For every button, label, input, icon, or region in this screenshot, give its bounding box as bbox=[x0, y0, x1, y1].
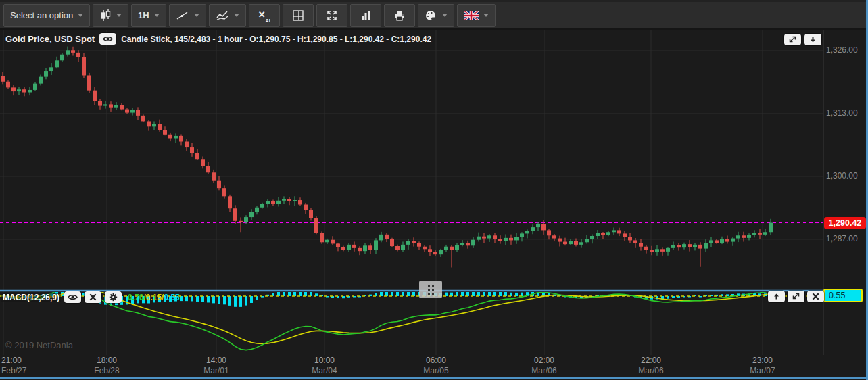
remove-all-indicators-button[interactable]: ✕AI bbox=[249, 4, 280, 27]
time-tick-hour: 02:00 bbox=[524, 356, 564, 365]
time-tick-date: Mar/04 bbox=[304, 366, 345, 375]
time-tick: 22:00Mar/06 bbox=[631, 356, 671, 375]
chevron-down-icon bbox=[442, 14, 448, 17]
time-tick-hour: 10:00 bbox=[304, 356, 345, 365]
price-tick-label: 1,300.00 bbox=[826, 171, 858, 181]
macd-histogram-value: 0.55 bbox=[164, 293, 179, 302]
indicators-dropdown[interactable] bbox=[209, 4, 246, 27]
grid-layout-icon bbox=[291, 9, 305, 22]
macd-value-badge: 0.55 bbox=[823, 289, 863, 302]
indicators-icon bbox=[216, 9, 229, 22]
time-tick: 21:00Feb/27 bbox=[1, 356, 42, 375]
select-option-dropdown[interactable]: Select an option bbox=[3, 4, 90, 27]
macd-label: MACD(12,26,9) bbox=[1, 293, 61, 302]
gridlines bbox=[0, 30, 823, 355]
macd-remove-button[interactable] bbox=[807, 291, 824, 302]
timeframe-dropdown[interactable]: 1H bbox=[131, 4, 166, 27]
macd-panel-controls bbox=[768, 291, 824, 302]
pane-resize-handle[interactable] bbox=[419, 281, 442, 298]
time-tick-hour: 18:00 bbox=[87, 356, 127, 365]
fullscreen-icon bbox=[326, 9, 338, 22]
print-button[interactable] bbox=[384, 4, 415, 27]
time-tick-hour: 21:00 bbox=[1, 356, 42, 365]
macd-expand-button[interactable] bbox=[788, 291, 804, 302]
price-tick-label: 1,326.00 bbox=[826, 45, 858, 55]
macd-close-button[interactable] bbox=[85, 291, 101, 303]
palette-icon bbox=[425, 9, 437, 22]
time-tick-date: Mar/07 bbox=[742, 366, 783, 375]
toolbar: Select an option 1H ✕AI bbox=[0, 0, 868, 30]
macd-settings-button[interactable] bbox=[105, 291, 122, 303]
bar-chart-icon bbox=[360, 9, 372, 22]
chevron-down-icon bbox=[78, 14, 83, 17]
time-tick-date: Mar/05 bbox=[416, 366, 456, 375]
macd-move-up-button[interactable] bbox=[768, 291, 785, 302]
time-tick: 14:00Mar/01 bbox=[196, 356, 237, 375]
chevron-down-icon bbox=[154, 14, 160, 17]
time-tick: 18:00Feb/28 bbox=[87, 356, 127, 375]
chevron-down-icon bbox=[116, 14, 122, 17]
window-edge-bottom bbox=[0, 377, 868, 379]
time-tick-hour: 14:00 bbox=[196, 356, 237, 365]
chart-application-window: Select an option 1H ✕AI bbox=[0, 0, 868, 380]
price-tick-label: 1,287.00 bbox=[826, 234, 858, 243]
time-tick-date: Mar/06 bbox=[524, 366, 564, 375]
remove-all-icon: ✕AI bbox=[258, 9, 270, 21]
fullscreen-button[interactable] bbox=[316, 4, 347, 27]
time-tick-date: Mar/01 bbox=[196, 366, 237, 375]
uk-flag-icon bbox=[464, 11, 479, 20]
layout-grid-button[interactable] bbox=[283, 4, 314, 27]
price-tick-label: 1,313.00 bbox=[826, 108, 858, 118]
chevron-down-icon bbox=[483, 14, 489, 17]
last-price-badge: 1,290.42 bbox=[824, 217, 866, 229]
macd-indicator-row: MACD(12,26,9) 0.70/0.15/0.55 bbox=[1, 291, 180, 303]
series-info: Candle Stick, 145/2,483 - 1 hour - O:1,2… bbox=[121, 34, 431, 44]
volume-button[interactable] bbox=[350, 4, 381, 27]
language-dropdown[interactable] bbox=[457, 4, 496, 27]
macd-values: 0.70/0.15/0.55 bbox=[128, 293, 180, 302]
trendline-icon bbox=[176, 9, 189, 22]
time-tick: 10:00Mar/04 bbox=[304, 356, 345, 375]
macd-value: 0.70 bbox=[128, 293, 143, 302]
price-chart-canvas[interactable] bbox=[0, 30, 868, 356]
drawing-tools-dropdown[interactable] bbox=[169, 4, 206, 27]
chart-window-controls bbox=[784, 34, 821, 45]
expand-chart-button[interactable] bbox=[784, 34, 801, 45]
time-tick-date: Feb/27 bbox=[1, 366, 42, 375]
chart-title-row: Gold Price, USD Spot Candle Stick, 145/2… bbox=[5, 33, 431, 45]
time-tick-date: Mar/06 bbox=[631, 366, 671, 375]
chart-type-dropdown[interactable] bbox=[93, 4, 128, 27]
select-option-label: Select an option bbox=[10, 10, 73, 20]
time-tick-date: Feb/28 bbox=[87, 366, 127, 375]
copyright-notice: © 2019 NetDania bbox=[5, 340, 73, 350]
theme-dropdown[interactable] bbox=[418, 4, 454, 27]
symbol-title: Gold Price, USD Spot bbox=[5, 34, 95, 44]
time-tick: 02:00Mar/06 bbox=[524, 356, 564, 375]
toggle-visibility-button[interactable] bbox=[99, 33, 116, 45]
candlestick-series bbox=[1, 47, 773, 268]
chevron-down-icon bbox=[194, 14, 199, 17]
time-tick: 06:00Mar/05 bbox=[416, 356, 456, 375]
printer-icon bbox=[393, 9, 406, 22]
chevron-down-icon bbox=[234, 14, 239, 17]
chart-region: Gold Price, USD Spot Candle Stick, 145/2… bbox=[0, 30, 868, 380]
collapse-chart-button[interactable] bbox=[804, 34, 821, 45]
macd-visibility-button[interactable] bbox=[64, 291, 81, 303]
timeframe-label: 1H bbox=[138, 10, 149, 20]
time-tick-hour: 23:00 bbox=[742, 356, 783, 365]
time-tick-hour: 06:00 bbox=[416, 356, 456, 365]
time-tick-hour: 22:00 bbox=[631, 356, 671, 365]
time-tick: 23:00Mar/07 bbox=[742, 356, 783, 375]
drag-dots-icon bbox=[428, 285, 434, 295]
macd-signal-value: 0.15 bbox=[146, 293, 162, 302]
candlestick-icon bbox=[99, 9, 112, 22]
